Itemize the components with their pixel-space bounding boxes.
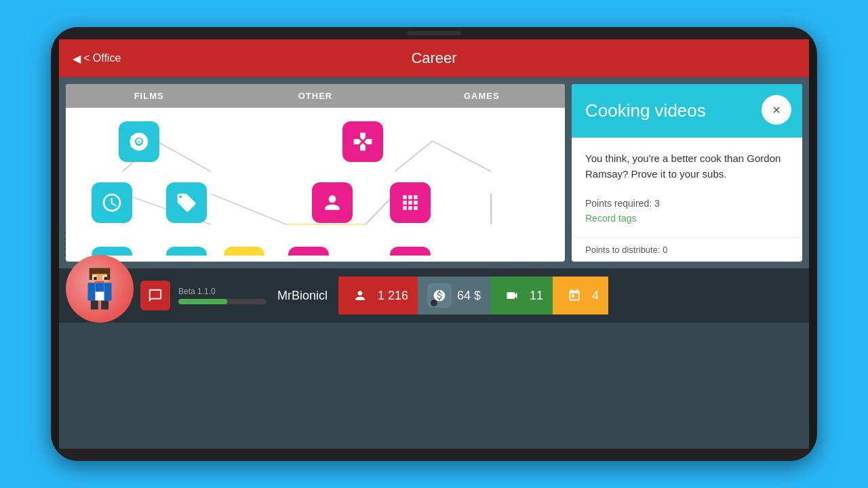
avatar-container: [66, 255, 134, 323]
info-description: You think, you're a better cook than Gor…: [585, 151, 789, 182]
device-frame: ◀ < Office Career FILMS OTHER GAMES: [51, 27, 817, 461]
main-content: FILMS OTHER GAMES: [59, 77, 809, 268]
money-count: 64 $: [457, 289, 481, 303]
svg-rect-26: [100, 283, 104, 291]
film-node[interactable]: [166, 247, 207, 256]
svg-line-4: [211, 194, 286, 224]
info-points-required: Points required: 3: [585, 198, 789, 209]
device-screen: ◀ < Office Career FILMS OTHER GAMES: [59, 39, 809, 449]
bottom-bar: Beta 1.1.0 MrBionicl 1 216: [59, 268, 809, 323]
svg-rect-28: [101, 301, 108, 310]
chat-icon: [140, 281, 170, 310]
front-camera: [431, 300, 437, 306]
info-panel: Cooking videos × You think, you're a bet…: [572, 84, 802, 262]
svg-line-7: [433, 141, 491, 171]
clock-node[interactable]: [92, 182, 132, 223]
device-bottom-bar: [51, 449, 817, 461]
map-node[interactable]: [390, 247, 431, 256]
minecraft-node[interactable]: [390, 182, 431, 223]
avatar: [66, 255, 134, 323]
videos-count: 11: [530, 289, 543, 303]
column-films: FILMS: [66, 91, 232, 101]
svg-rect-21: [104, 277, 107, 280]
money-badge: 64 $: [418, 277, 490, 314]
info-card-body: You think, you're a better cook than Gor…: [572, 138, 802, 237]
bottom-stats: Beta 1.1.0 MrBionicl 1 216: [140, 268, 809, 323]
gamepad-node[interactable]: [342, 121, 383, 162]
svg-rect-25: [95, 283, 100, 291]
skill-tree-header: FILMS OTHER GAMES: [66, 84, 565, 108]
device-top-bar: [51, 27, 817, 39]
svg-rect-16: [90, 274, 92, 280]
beta-version-label: Beta 1.1.0: [178, 287, 267, 296]
calendar-icon: [562, 283, 587, 308]
username-label: MrBionicl: [277, 289, 328, 303]
info-card-title: Cooking videos: [585, 100, 789, 121]
calendar-count: 4: [592, 289, 599, 303]
face-node[interactable]: [166, 182, 207, 223]
column-games: GAMES: [399, 91, 565, 101]
svg-line-1: [156, 141, 210, 171]
subscribers-icon: [348, 283, 372, 308]
info-record-tags[interactable]: Record tags: [585, 213, 789, 224]
skill-tree-panel: FILMS OTHER GAMES: [66, 84, 565, 262]
video-icon: [500, 283, 524, 308]
svg-rect-20: [94, 277, 96, 280]
column-other: OTHER: [232, 91, 398, 101]
subscribers-badge: 1 216: [338, 277, 418, 314]
back-button[interactable]: ◀ < Office: [73, 52, 121, 65]
svg-rect-27: [91, 301, 98, 310]
xp-bar-fill: [178, 299, 227, 304]
camera-node[interactable]: [119, 121, 159, 162]
skill-tree-body: [66, 108, 565, 256]
back-arrow-icon: ◀: [73, 52, 81, 65]
svg-rect-15: [90, 268, 111, 274]
close-button[interactable]: ×: [762, 95, 791, 125]
list-node[interactable]: [288, 247, 329, 256]
person-node[interactable]: [312, 182, 353, 223]
speaker-grille: [407, 31, 461, 35]
xp-bar: [178, 299, 267, 304]
points-distribute: Points to distribute: 0: [572, 237, 802, 262]
gear-node[interactable]: [224, 247, 264, 256]
svg-rect-17: [107, 274, 110, 280]
avatar-pixel-art: [76, 265, 123, 312]
page-title: Career: [411, 49, 456, 67]
svg-line-6: [395, 141, 433, 171]
videos-badge: 11: [490, 277, 553, 314]
calendar-badge: 4: [553, 277, 608, 314]
app-header: ◀ < Office Career: [59, 39, 809, 77]
info-card-header: Cooking videos ×: [572, 84, 802, 138]
back-label: < Office: [83, 52, 121, 64]
beta-section: Beta 1.1.0: [178, 287, 267, 304]
tree-container: [73, 115, 558, 249]
subscribers-count: 1 216: [378, 289, 408, 303]
svg-rect-22: [95, 281, 104, 283]
